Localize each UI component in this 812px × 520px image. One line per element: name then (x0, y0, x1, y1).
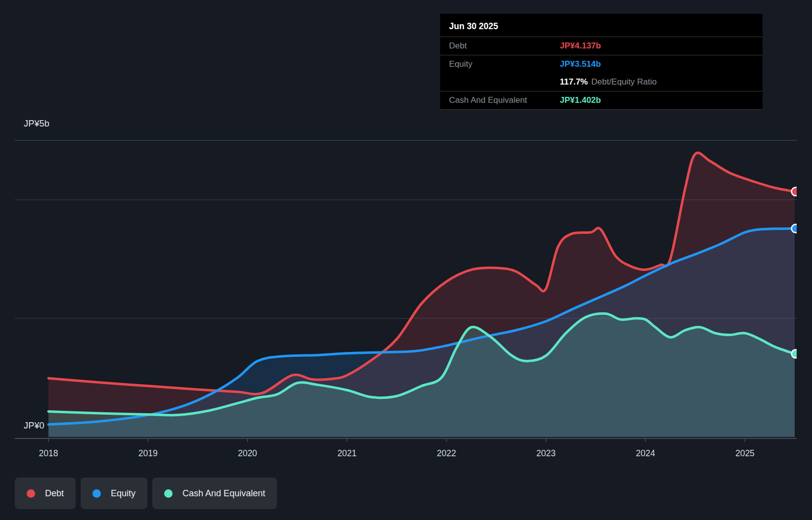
x-axis-year-label: 2019 (138, 448, 158, 458)
x-axis-year-label: 2020 (238, 448, 257, 458)
x-axis-year-label: 2025 (735, 448, 755, 458)
y-axis-label-zero: JP¥0 (24, 421, 45, 431)
x-axis-year-label: 2023 (537, 448, 556, 458)
legend-label: Cash And Equivalent (182, 488, 265, 499)
debt-series-dot-icon (27, 489, 35, 498)
tooltip-ratio-label: Debt/Equity Ratio (591, 77, 657, 87)
cash-series-dot-icon (164, 489, 173, 498)
cash-endpoint-marker[interactable] (792, 349, 800, 358)
chart-tooltip: Jun 30 2025 Debt JP¥4.137b Equity JP¥3.5… (440, 14, 763, 110)
equity-series-dot-icon (92, 489, 101, 498)
x-axis-year-label: 2024 (636, 448, 655, 458)
equity-endpoint-marker[interactable] (792, 224, 800, 233)
tooltip-row-debt: Debt JP¥4.137b (440, 37, 763, 55)
tooltip-cash-label: Cash And Equivalent (449, 95, 560, 105)
legend-item-cash[interactable]: Cash And Equivalent (152, 477, 277, 509)
tooltip-row-equity: Equity JP¥3.514b (440, 55, 763, 73)
x-axis-year-label: 2018 (39, 448, 58, 458)
tooltip-equity-label: Equity (449, 59, 560, 69)
chart-legend: DebtEquityCash And Equivalent (15, 477, 277, 509)
legend-item-debt[interactable]: Debt (15, 477, 76, 509)
tooltip-date: Jun 30 2025 (440, 14, 763, 37)
tooltip-ratio-percent: 117.7% (560, 77, 588, 87)
legend-item-equity[interactable]: Equity (81, 477, 147, 509)
legend-label: Debt (45, 488, 64, 499)
x-axis-year-label: 2022 (437, 448, 456, 458)
tooltip-row-cash: Cash And Equivalent JP¥1.402b (440, 91, 763, 110)
x-axis-year-label: 2021 (337, 448, 357, 458)
tooltip-debt-label: Debt (449, 41, 560, 51)
debt-equity-history-chart-page: { "colors": { "debt": "#e5484d", "equity… (0, 0, 812, 520)
tooltip-debt-value: JP¥4.137b (560, 41, 601, 51)
tooltip-equity-value: JP¥3.514b (560, 59, 601, 69)
y-axis-label-top: JP¥5b (24, 119, 49, 129)
tooltip-row-ratio: 117.7% Debt/Equity Ratio (440, 73, 763, 91)
tooltip-cash-value: JP¥1.402b (560, 95, 601, 105)
debt-endpoint-marker[interactable] (792, 187, 800, 196)
legend-label: Equity (111, 488, 135, 499)
